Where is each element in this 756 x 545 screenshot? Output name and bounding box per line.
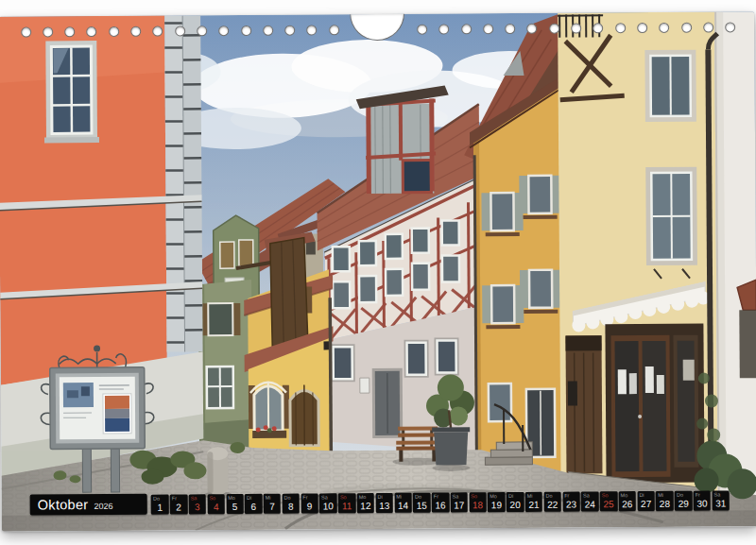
punch-hole	[637, 23, 647, 33]
day-number: 2	[170, 502, 187, 512]
punch-hole	[241, 26, 251, 36]
weekday-label: Di	[247, 495, 251, 501]
calendar-day-cell: Di27	[637, 491, 655, 511]
punch-hole	[681, 23, 692, 33]
day-number: 25	[600, 500, 617, 509]
weekday-label: Mi	[266, 495, 271, 501]
punch-hole	[615, 23, 626, 33]
calendar-day-cell: Sa10	[319, 493, 337, 513]
weekday-label: Mi	[396, 494, 402, 500]
punch-hole	[21, 27, 31, 38]
calendar-day-cell: Do15	[413, 493, 431, 513]
day-number: 24	[581, 500, 598, 509]
day-number: 10	[319, 502, 336, 511]
month-label: Oktober 2026	[30, 494, 147, 516]
calendar-day-cell: So11	[338, 493, 356, 513]
weekday-label: Do	[677, 492, 683, 498]
calendar-day-cell: Mi7	[264, 494, 282, 514]
weekday-label: Fr	[564, 493, 569, 499]
calendar-day-cell: Di13	[375, 493, 393, 513]
weekday-label: So	[340, 495, 347, 501]
weekday-label: Di	[508, 494, 513, 500]
day-number: 11	[338, 502, 355, 511]
day-number: 30	[694, 499, 711, 508]
punch-hole	[483, 24, 493, 34]
weekday-label: Fr	[302, 495, 307, 501]
punch-hole	[197, 26, 207, 36]
day-number: 3	[189, 502, 206, 512]
weekday-label: So	[602, 493, 609, 499]
arched-door	[290, 384, 318, 445]
weekday-label: Do	[415, 494, 421, 500]
calendar-day-cell: Do8	[282, 494, 300, 514]
street-photo	[0, 11, 756, 532]
weekday-label: Fr	[696, 492, 700, 498]
calendar-day-cell: Mo26	[619, 491, 637, 511]
year: 2026	[94, 496, 112, 517]
calendar-day-cell: Mo5	[226, 494, 244, 514]
punch-hole	[175, 26, 185, 36]
cream-shop-house	[558, 12, 718, 510]
calendar-day-cell: Mi21	[525, 492, 543, 512]
punch-hole	[263, 26, 273, 36]
calendar-day-cell: Sa24	[581, 491, 599, 511]
day-number: 6	[245, 502, 262, 511]
weekday-label: Mo	[490, 494, 497, 500]
day-number: 13	[375, 501, 392, 510]
weekday-label: Mo	[228, 496, 235, 502]
weekday-label: Mi	[658, 492, 663, 498]
calendar-product-photo: Oktober 2026 Do1Fr2Sa3So4Mo5Di6Mi7Do8Fr9…	[0, 0, 756, 545]
calendar-day-cell: Mo19	[488, 492, 506, 512]
weekday-label: Do	[284, 495, 291, 501]
day-number: 22	[543, 500, 560, 509]
weekday-label: Do	[545, 493, 552, 499]
shop-door	[610, 335, 698, 478]
punch-hole	[109, 26, 119, 37]
day-number: 28	[656, 499, 673, 508]
weekday-label: Mo	[621, 493, 628, 499]
orange-house-window	[43, 41, 99, 143]
weekday-label: Mi	[527, 493, 533, 499]
calendar-day-cell: Fr9	[301, 493, 318, 513]
corner-quoins	[164, 15, 202, 351]
month-name: Oktober	[38, 494, 89, 515]
weekday-label: Sa	[713, 492, 720, 498]
weekday-label: Sa	[453, 494, 459, 500]
day-number: 4	[207, 502, 224, 512]
calendar-day-cell: Fr16	[432, 492, 450, 512]
calendar-day-cell: Fr23	[562, 492, 580, 512]
day-number: 12	[357, 502, 374, 511]
calendar-page: Oktober 2026 Do1Fr2Sa3So4Mo5Di6Mi7Do8Fr9…	[0, 11, 756, 532]
calendar-day-cell: Mi14	[394, 493, 412, 513]
day-number: 29	[675, 499, 692, 508]
weekday-label: Mo	[359, 495, 367, 501]
day-number: 20	[507, 500, 524, 509]
day-number: 5	[226, 502, 243, 512]
punch-hole	[461, 24, 472, 34]
weekday-label: Di	[639, 493, 644, 499]
day-number: 7	[264, 502, 281, 511]
day-number: 15	[413, 501, 430, 510]
day-number: 18	[469, 501, 486, 510]
day-number: 31	[713, 499, 730, 508]
day-number: 21	[525, 500, 542, 509]
orange-house	[0, 15, 203, 384]
day-number: 19	[488, 501, 505, 510]
punch-hole	[703, 23, 713, 33]
day-number: 14	[394, 501, 411, 510]
day-number: 27	[637, 499, 654, 508]
weekday-label: Sa	[321, 495, 328, 501]
calendar-day-cell: So4	[207, 494, 225, 514]
weekday-label: Fr	[434, 494, 438, 500]
weekday-label: Sa	[583, 493, 590, 499]
calendar-day-cell: Sa31	[712, 490, 730, 510]
punch-hole	[329, 25, 339, 35]
calendar-day-cell: Do29	[675, 491, 693, 511]
weekday-label: So	[209, 496, 215, 502]
day-number: 8	[283, 502, 300, 511]
punch-hole	[130, 26, 141, 37]
day-number: 26	[619, 500, 636, 509]
weekday-label: So	[471, 494, 477, 500]
weekday-label: Fr	[172, 496, 177, 502]
day-number: 23	[562, 500, 579, 509]
